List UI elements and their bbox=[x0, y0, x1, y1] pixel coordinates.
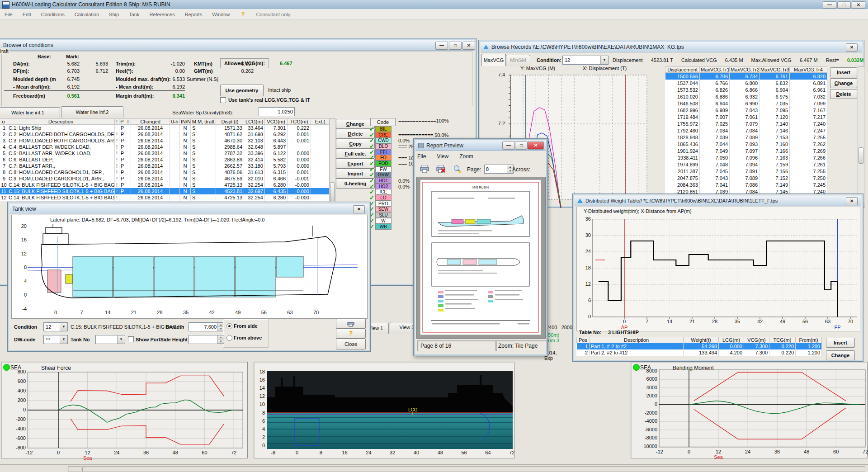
code-item-bil[interactable]: ✓BIL bbox=[369, 126, 392, 132]
column-header[interactable]: IN/N bbox=[180, 119, 191, 125]
delete-button[interactable]: Delete bbox=[830, 89, 857, 99]
table-row[interactable]: 1610.0206.8866.9326.9757.032 bbox=[665, 93, 827, 100]
report-close-button[interactable]: ✕ bbox=[528, 142, 544, 150]
menu-item[interactable]: Tank bbox=[129, 12, 139, 17]
show-portside-checkbox[interactable] bbox=[128, 336, 134, 342]
menu-item[interactable]: Conditions bbox=[41, 12, 65, 17]
conditions-minimize-button[interactable]: — bbox=[435, 42, 448, 50]
records-table-scrollbar[interactable] bbox=[858, 66, 864, 203]
column-header[interactable]: Weight(t) bbox=[684, 337, 719, 343]
tank-close-button[interactable]: ✕ bbox=[353, 205, 365, 213]
column-header[interactable]: T bbox=[125, 119, 131, 125]
code-item-w[interactable]: ✓W bbox=[369, 218, 392, 224]
conditions-table-scrollbar[interactable] bbox=[329, 118, 335, 203]
insert-button[interactable]: Insert bbox=[830, 67, 857, 77]
column-header[interactable]: ! bbox=[115, 119, 119, 125]
report-minimize-button[interactable]: — bbox=[502, 142, 515, 150]
table-row[interactable]: 1828.9487.0397.0897.1537.255 bbox=[665, 134, 827, 141]
conditions-titlebar[interactable]: Browse of conditions bbox=[0, 40, 474, 51]
column-header[interactable]: MaxVCG.Tr4 bbox=[790, 67, 827, 73]
table-row[interactable]: 1682.9966.9897.0437.0957.167 bbox=[665, 107, 827, 113]
height-spinner[interactable]: ▲▼ bbox=[217, 335, 224, 344]
dw-code-combo[interactable]: ***▼ bbox=[43, 335, 68, 344]
table-row[interactable]: 1938.4117.0507.0967.1637.266 bbox=[665, 154, 827, 161]
table-row[interactable]: 1646.5086.9446.9907.0357.099 bbox=[665, 100, 827, 107]
table-row[interactable]: 4C.4: BALLAST DEP. W/DECK LOAD,!P26.08.2… bbox=[0, 144, 330, 150]
table-row[interactable]: 11C.15: BULK FISHFEED SILOTK.1-5 + BIG B… bbox=[0, 188, 330, 194]
table-row[interactable]: 6C.6: BALLAST DEP.,!P26.08.2014NS2863.89… bbox=[0, 156, 330, 163]
conditions-close-button[interactable]: ✕ bbox=[462, 42, 475, 50]
app-minimize-button[interactable]: — bbox=[823, 1, 836, 9]
chevron-down-icon[interactable]: ▼ bbox=[60, 335, 67, 344]
column-header[interactable]: Description bbox=[590, 337, 684, 343]
column-header[interactable]: MaxVCG.Tr1 bbox=[700, 67, 730, 73]
column-header[interactable]: TCG(m) bbox=[769, 337, 796, 343]
report-menu-file[interactable]: File bbox=[417, 153, 426, 160]
tank-help-button[interactable]: ? bbox=[336, 329, 366, 339]
change-button[interactable]: Change bbox=[830, 78, 857, 88]
table-row[interactable]: 1500.5566.7066.7346.7616.820 bbox=[665, 73, 827, 80]
column-header[interactable]: Ext.( bbox=[311, 119, 330, 125]
menu-item[interactable]: Calculation bbox=[75, 12, 99, 17]
weight-close-button[interactable]: ✕ bbox=[846, 197, 858, 205]
app-titlebar[interactable]: H600W-Loading Calculator Consultant Edit… bbox=[0, 0, 868, 9]
code-item-fod[interactable]: ✓FOD bbox=[369, 160, 392, 166]
height-input[interactable]: ▲▼ bbox=[189, 335, 224, 344]
menu-item[interactable]: References bbox=[149, 12, 175, 17]
column-header[interactable]: M.M, draft bbox=[191, 119, 216, 125]
column-header[interactable]: VCG(m) bbox=[744, 337, 769, 343]
table-row[interactable]: 1792.4607.0347.0847.1467.247 bbox=[665, 127, 827, 134]
menu-item[interactable]: Ship bbox=[109, 12, 119, 17]
table-row[interactable]: 1901.9247.0497.0977.1667.269 bbox=[665, 147, 827, 154]
code-item-dlo[interactable]: ✓DLO bbox=[369, 143, 392, 149]
menu-item[interactable]: Edit bbox=[23, 12, 31, 17]
records-close-button[interactable]: ✕ bbox=[846, 43, 858, 52]
code-item-wb[interactable]: ✓WB bbox=[369, 224, 392, 230]
report-menu-zoom[interactable]: Zoom bbox=[459, 153, 473, 160]
table-row[interactable]: 3C.3: HOM.LOADED BOTH CARGOHOLDS, ARR.!P… bbox=[0, 137, 330, 144]
cancel-print-icon[interactable] bbox=[436, 165, 446, 173]
column-header[interactable]: TCG(m) bbox=[288, 119, 311, 125]
column-header[interactable]: o bbox=[0, 119, 7, 125]
use-geometry-button[interactable]: Use geometry bbox=[220, 85, 264, 96]
tank-print-button[interactable] bbox=[336, 319, 366, 329]
records-tab-maxvcg[interactable]: MaxVCG bbox=[481, 54, 506, 66]
column-header[interactable]: Changed bbox=[131, 119, 170, 125]
chevron-down-icon[interactable]: ▼ bbox=[60, 323, 67, 331]
chevron-down-icon[interactable]: ▼ bbox=[117, 335, 125, 344]
report-maximize-button[interactable]: □ bbox=[515, 142, 528, 150]
column-header[interactable]: LCG(m) bbox=[244, 119, 265, 125]
page-input[interactable]: 8▲▼ bbox=[484, 165, 514, 174]
table-row[interactable]: 8C.8: HOM.LOADED CARGOHOLD1, DEP.,!P26.0… bbox=[0, 169, 330, 175]
column-header[interactable]: P bbox=[119, 119, 125, 125]
waterline-tab-2[interactable]: Water line inf.2 bbox=[61, 106, 123, 118]
column-header[interactable]: VCG(m) bbox=[265, 119, 288, 125]
table-row[interactable]: 2Part 2, #2 to #12133.4944.2007.3000.220… bbox=[577, 349, 822, 356]
breadth-input[interactable]: 7.600▲▼ bbox=[189, 322, 224, 331]
table-row[interactable]: 12C.14: BULK FISHFEED SILOTK.1-5 + BIG B… bbox=[0, 194, 330, 201]
table-row[interactable]: 1573.5326.8266.8666.9046.961 bbox=[665, 86, 827, 93]
tank-condition-combo[interactable]: 12▼ bbox=[43, 322, 68, 331]
table-row[interactable]: 9C.9: HOM.LOADED CARGOHOLD1, ARR.,!P26.0… bbox=[0, 175, 330, 182]
weight-titlebar[interactable]: Distributed Weight Table// *E:\CW8\HYPET… bbox=[575, 196, 861, 206]
column-header[interactable]: Description bbox=[7, 119, 115, 125]
conditions-maximize-button[interactable]: □ bbox=[449, 42, 462, 50]
help-menu-icon[interactable]: ? bbox=[241, 11, 245, 18]
from-side-radio[interactable] bbox=[226, 323, 232, 329]
app-maximize-button[interactable]: □ bbox=[837, 1, 851, 9]
waterline-tab-1[interactable]: Water line inf.1 bbox=[0, 107, 60, 118]
column-header[interactable]: Displ.(t) bbox=[216, 119, 244, 125]
table-row[interactable]: 5C.5: BALLAST ARR. W/DECK LOAD,!P26.08.2… bbox=[0, 150, 330, 156]
table-row[interactable]: 1974.8997.0487.0947.1597.261 bbox=[665, 161, 827, 168]
chevron-down-icon[interactable]: ▼ bbox=[600, 56, 608, 64]
table-row[interactable]: 2C.2: HOM.LOADED BOTH CARGOHOLDS, DEP,!P… bbox=[0, 131, 330, 137]
menu-item[interactable]: Reports bbox=[185, 12, 203, 17]
records-tab-mingm[interactable]: MinGM bbox=[506, 55, 530, 66]
column-header[interactable]: Displacement bbox=[665, 67, 700, 73]
tank-close-button-2[interactable]: Close bbox=[336, 339, 366, 349]
table-row[interactable]: 1C.1: Light ShipP26.08.2014NS1571.3333.4… bbox=[0, 125, 330, 132]
tank-no-combo[interactable]: ▼ bbox=[95, 335, 125, 344]
use-tank-real-checkbox[interactable] bbox=[220, 97, 226, 103]
column-header[interactable]: LCG(m) bbox=[719, 337, 744, 343]
menu-item[interactable]: File bbox=[5, 12, 13, 17]
